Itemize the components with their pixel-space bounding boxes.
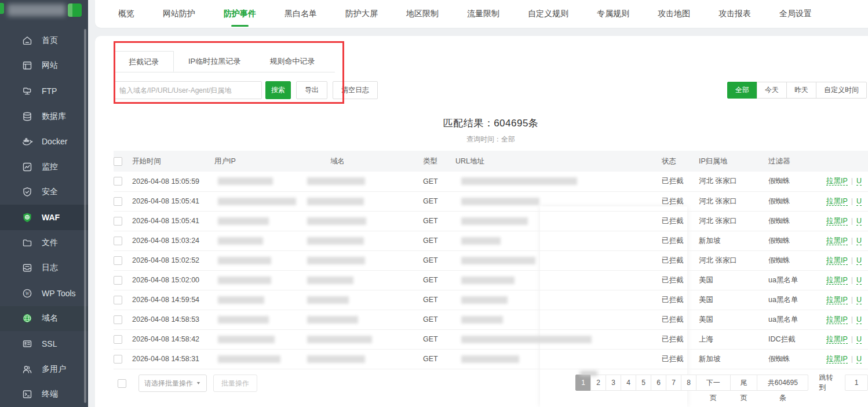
time-filter-custom-time[interactable]: 自定义时间 <box>816 82 867 99</box>
row-checkbox[interactable] <box>114 315 122 324</box>
clear-log-button[interactable]: 清空日志 <box>333 81 378 99</box>
sidebar-item-docker[interactable]: Docker <box>0 129 88 154</box>
more-action-link[interactable]: U <box>856 335 862 344</box>
sidebar-item-multi-user[interactable]: 多用户 <box>0 357 88 382</box>
top-tab-attack-report[interactable]: 攻击报表 <box>719 0 751 28</box>
block-ip-link[interactable]: 拉黑IP <box>826 256 848 265</box>
top-tab-exclusive-rules[interactable]: 专属规则 <box>597 0 629 28</box>
page-button-2[interactable]: 2 <box>590 375 606 391</box>
block-ip-link[interactable]: 拉黑IP <box>826 177 848 186</box>
sidebar-item-home[interactable]: 首页 <box>0 28 88 53</box>
search-input[interactable] <box>114 81 262 99</box>
time-filter-all[interactable]: 全部 <box>727 82 757 99</box>
sidebar-scrollbar[interactable] <box>84 29 86 403</box>
cell-ip-region: 河北 张家口 <box>699 250 768 270</box>
row-checkbox[interactable] <box>114 177 122 186</box>
cell-method: GET <box>423 310 455 329</box>
sidebar-item-monitor[interactable]: 监控 <box>0 154 88 180</box>
time-filter-group: 全部今天昨天自定义时间 <box>727 82 867 99</box>
block-ip-link[interactable]: 拉黑IP <box>826 335 848 344</box>
sidebar-item-terminal[interactable]: 终端 <box>0 381 88 407</box>
record-tab-block-records[interactable]: 拦截记录 <box>114 51 174 72</box>
page-button-5[interactable]: 5 <box>636 375 651 391</box>
block-ip-link[interactable]: 拉黑IP <box>826 197 848 206</box>
batch-action-button[interactable]: 批量操作 <box>213 375 257 392</box>
page-button-3[interactable]: 3 <box>606 375 621 391</box>
more-action-link[interactable]: U <box>856 315 862 324</box>
select-all-checkbox[interactable] <box>114 157 122 166</box>
top-tab-overview[interactable]: 概览 <box>118 0 134 28</box>
top-tab-traffic-limit[interactable]: 流量限制 <box>467 0 499 28</box>
sidebar-item-waf[interactable]: WAF <box>0 205 88 230</box>
sidebar-item-logs[interactable]: 日志 <box>0 255 88 281</box>
row-checkbox[interactable] <box>114 237 122 245</box>
page-button-6[interactable]: 6 <box>651 375 666 391</box>
cell-filter: 假蜘蛛 <box>768 349 826 369</box>
row-checkbox[interactable] <box>114 256 122 265</box>
cell-method: GET <box>423 349 455 369</box>
action-separator: | <box>851 296 853 304</box>
sidebar-item-wp-tools[interactable]: WWP Tools <box>0 281 88 306</box>
top-tab-protection-screen[interactable]: 防护大屏 <box>345 0 378 28</box>
row-checkbox[interactable] <box>114 335 122 344</box>
page-button-1[interactable]: 1 <box>575 375 591 391</box>
more-action-link[interactable]: U <box>856 296 862 304</box>
sidebar-item-website[interactable]: 网站 <box>0 53 88 79</box>
record-tab-ip-temp-blacklist-records[interactable]: IP临时拉黑记录 <box>174 51 255 72</box>
row-checkbox[interactable] <box>114 197 122 206</box>
more-action-link[interactable]: U <box>856 256 862 265</box>
top-tab-region-limit[interactable]: 地区限制 <box>406 0 439 28</box>
cell-user-ip-redacted <box>218 177 273 185</box>
top-tab-protection-events[interactable]: 防护事件 <box>224 0 256 28</box>
search-button[interactable]: 搜索 <box>265 81 291 99</box>
block-ip-link[interactable]: 拉黑IP <box>826 217 848 226</box>
sidebar-item-security[interactable]: 安全 <box>0 180 88 205</box>
more-action-link[interactable]: U <box>856 355 862 364</box>
sidebar-item-label: FTP <box>42 86 57 96</box>
sidebar-item-database[interactable]: 数据库 <box>0 104 88 129</box>
cell-method: GET <box>423 211 455 231</box>
cell-url-redacted <box>461 217 528 225</box>
page-button-7[interactable]: 7 <box>666 375 681 391</box>
more-action-link[interactable]: U <box>856 197 862 206</box>
export-button[interactable]: 导出 <box>296 81 327 99</box>
sidebar-item-ftp[interactable]: FTP <box>0 78 88 104</box>
more-action-link[interactable]: U <box>856 177 862 186</box>
next-page-button[interactable]: 下一页 <box>696 375 731 391</box>
jump-page-input[interactable] <box>845 375 868 391</box>
cell-domain-redacted <box>307 198 364 205</box>
more-action-link[interactable]: U <box>856 276 862 285</box>
action-separator: | <box>851 335 853 343</box>
row-checkbox[interactable] <box>114 276 122 285</box>
sidebar-item-label: 域名 <box>42 313 58 324</box>
block-ip-link[interactable]: 拉黑IP <box>826 276 848 285</box>
last-page-button[interactable]: 尾页 <box>730 375 758 391</box>
row-checkbox[interactable] <box>114 296 122 304</box>
time-filter-yesterday[interactable]: 昨天 <box>786 82 816 99</box>
batch-action-select[interactable]: 请选择批量操作 ▼ <box>138 375 207 392</box>
page-button-8[interactable]: 8 <box>681 375 696 391</box>
cell-status: 已拦截 <box>662 349 699 369</box>
block-ip-link[interactable]: 拉黑IP <box>826 315 848 324</box>
top-tab-attack-map[interactable]: 攻击地图 <box>658 0 690 28</box>
top-tab-global-settings[interactable]: 全局设置 <box>779 0 812 28</box>
block-ip-link[interactable]: 拉黑IP <box>826 296 848 304</box>
block-ip-link[interactable]: 拉黑IP <box>826 237 848 245</box>
column-header: 域名 <box>330 151 423 172</box>
page-button-4[interactable]: 4 <box>621 375 636 391</box>
top-tab-black-white-list[interactable]: 黑白名单 <box>285 0 317 28</box>
sidebar-item-ssl[interactable]: SSL <box>0 331 88 357</box>
more-action-link[interactable]: U <box>856 217 862 226</box>
app-logo[interactable] <box>0 0 88 26</box>
top-tab-site-protection[interactable]: 网站防护 <box>163 0 195 28</box>
more-action-link[interactable]: U <box>856 237 862 245</box>
time-filter-today[interactable]: 今天 <box>757 82 787 99</box>
record-tab-rule-hit-records[interactable]: 规则命中记录 <box>255 51 329 72</box>
sidebar-item-files[interactable]: 文件 <box>0 230 88 256</box>
footer-select-all-checkbox[interactable] <box>118 379 126 388</box>
block-ip-link[interactable]: 拉黑IP <box>826 355 848 364</box>
sidebar-item-domain[interactable]: 域名 <box>0 306 88 332</box>
row-checkbox[interactable] <box>114 217 122 226</box>
top-tab-custom-rules[interactable]: 自定义规则 <box>528 0 568 28</box>
row-checkbox[interactable] <box>114 355 122 364</box>
